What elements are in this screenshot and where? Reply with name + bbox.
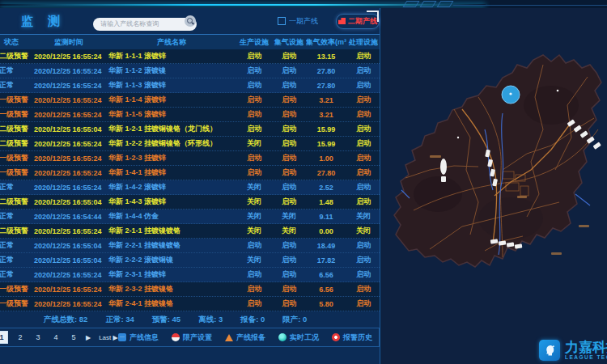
- page-button-5[interactable]: 5: [68, 332, 79, 343]
- table-row[interactable]: 二级预警2020/12/25 16:55:24华新 1-1-1 滚镀锌启动启动1…: [0, 49, 380, 64]
- cell-time: 2020/12/25 16:55:04: [31, 256, 107, 265]
- limit-circle-icon: [172, 333, 180, 341]
- cell-gas: 启动: [272, 66, 306, 76]
- summary-item: 限产: 0: [282, 315, 307, 325]
- table-row[interactable]: 二级预警2020/12/25 16:55:24华新 2-1-1 挂镀镍镀铬关闭关…: [0, 224, 380, 239]
- cell-time: 2020/12/25 16:55:04: [31, 198, 107, 206]
- cell-time: 2020/12/25 16:55:24: [31, 140, 107, 148]
- column-header: 产线名称: [107, 37, 236, 48]
- toolbar-label: 产线报备: [236, 332, 265, 343]
- toolbar: 产线信息限产设置产线报备实时工况报警历史: [105, 328, 372, 346]
- phase1-checkbox-group[interactable]: 一期产线: [278, 16, 318, 27]
- summary-item: 产线总数: 82: [44, 315, 87, 325]
- table-row[interactable]: 一级预警2020/12/25 16:55:24华新 1-2-3 挂镀锌启动启动1…: [0, 151, 380, 166]
- page-button-2[interactable]: 2: [15, 332, 26, 343]
- cell-gas: 启动: [272, 109, 306, 120]
- cell-eff: 5.80: [306, 300, 346, 308]
- cell-gas: 启动: [272, 255, 306, 265]
- cell-eff: 9.11: [306, 213, 346, 221]
- cell-gas: 启动: [272, 124, 306, 134]
- cell-name: 华新 2-2-2 滚镀铜镍: [107, 255, 236, 265]
- table-row[interactable]: 一级预警2020/12/25 16:55:24华新 1-4-1 挂镀锌启动启动2…: [0, 166, 380, 180]
- table-row[interactable]: 正常2020/12/25 16:55:04华新 2-2-1 挂镀镍镀铬启动启动1…: [0, 239, 380, 253]
- cell-time: 2020/12/25 16:55:24: [31, 227, 107, 235]
- cell-proc: 启动: [346, 153, 380, 163]
- toolbar-button-line-info[interactable]: 产线信息: [118, 332, 159, 343]
- cell-status: 二级预警: [0, 138, 31, 149]
- cell-gas: 启动: [272, 51, 306, 61]
- table-row[interactable]: 正常2020/12/25 16:55:24华新 2-3-1 挂镀锌启动启动6.5…: [0, 268, 380, 282]
- cell-eff: 6.56: [306, 271, 346, 279]
- cell-gas: 启动: [272, 284, 306, 294]
- bottom-bar: 12345▶Last ▶ 产线信息限产设置产线报备实时工况报警历史: [0, 328, 380, 347]
- cell-proc: 启动: [346, 269, 380, 280]
- cell-gas: 启动: [272, 153, 306, 163]
- cell-name: 华新 2-1-1 挂镀镍镀铬: [107, 226, 236, 236]
- checkbox-icon[interactable]: [278, 17, 286, 25]
- cell-time: 2020/12/25 16:55:24: [31, 82, 107, 90]
- report-triangle-icon: [225, 334, 233, 341]
- region-map[interactable]: [381, 8, 607, 364]
- table-row[interactable]: 一级预警2020/12/25 16:55:24华新 1-1-4 滚镀锌启动启动3…: [0, 93, 380, 108]
- table-row[interactable]: 二级预警2020/12/25 16:55:04华新 1-4-3 滚镀锌关闭启动1…: [0, 195, 380, 210]
- cell-name: 华新 1-2-2 挂镀铜镍铬（环形线）: [107, 138, 236, 149]
- cell-proc: 启动: [346, 66, 380, 76]
- monitor-panel: 监 测 一期产线 二期产线 状态监测时间产线名称生产设施集气设施集气效率(m³/…: [0, 8, 380, 364]
- summary-item: 正常: 34: [105, 315, 134, 325]
- cell-status: 二级预警: [0, 226, 31, 236]
- summary-item: 报备: 0: [240, 315, 265, 325]
- table-row[interactable]: 二级预警2020/12/25 16:55:24华新 1-2-2 挂镀铜镍铬（环形…: [0, 137, 380, 151]
- cell-prod: 关闭: [236, 226, 272, 236]
- cell-eff: 15.99: [306, 125, 346, 133]
- page-button-3[interactable]: 3: [32, 332, 44, 343]
- toolbar-button-realtime-status[interactable]: 实时工况: [278, 332, 319, 343]
- table-row[interactable]: 正常2020/12/25 16:55:24华新 1-4-2 滚镀锌关闭启动2.5…: [0, 180, 380, 195]
- search-box: [93, 15, 197, 28]
- cell-gas: 启动: [272, 197, 306, 207]
- cell-gas: 启动: [272, 95, 306, 105]
- cell-prod: 关闭: [236, 138, 272, 149]
- top-decoration-band: [0, 0, 607, 8]
- cell-status: 一级预警: [0, 167, 31, 178]
- cell-proc: 关闭: [346, 211, 380, 222]
- cell-name: 华新 2-3-2 挂镀镍铬: [107, 284, 236, 294]
- brand-logo: 力嘉科技 LEAGUE TECH: [539, 340, 607, 361]
- search-input[interactable]: [93, 18, 197, 31]
- page-button-1[interactable]: 1: [0, 331, 8, 344]
- next-page-icon[interactable]: ▶: [86, 334, 91, 341]
- cell-gas: 关闭: [272, 211, 306, 222]
- cell-name: 华新 1-1-3 滚镀锌: [107, 80, 236, 91]
- cell-name: 华新 1-4-2 滚镀锌: [107, 182, 236, 193]
- search-icon[interactable]: [185, 15, 196, 27]
- cell-proc: 启动: [346, 80, 380, 91]
- table-row[interactable]: 一级预警2020/12/25 16:55:24华新 1-1-5 滚镀锌启动启动3…: [0, 108, 380, 122]
- toolbar-button-limit-settings[interactable]: 限产设置: [172, 332, 212, 343]
- cell-eff: 3.21: [306, 96, 346, 104]
- cell-proc: 启动: [346, 138, 380, 149]
- table-row[interactable]: 正常2020/12/25 16:55:24华新 1-1-2 滚镀镍启动启动27.…: [0, 64, 380, 78]
- cell-prod: 启动: [236, 95, 272, 105]
- toolbar-label: 报警历史: [343, 332, 372, 343]
- cell-gas: 启动: [272, 182, 306, 193]
- cell-time: 2020/12/25 16:55:24: [31, 154, 107, 163]
- toolbar-button-line-report[interactable]: 产线报备: [225, 332, 265, 343]
- table-row[interactable]: 正常2020/12/25 16:55:24华新 1-1-3 滚镀锌启动启动27.…: [0, 78, 380, 93]
- summary-item: 离线: 3: [198, 315, 223, 325]
- cell-prod: 启动: [236, 80, 272, 91]
- cell-prod: 关闭: [236, 182, 272, 193]
- cell-name: 华新 2-4-1 挂镀镍铬: [107, 298, 236, 309]
- toolbar-label: 限产设置: [183, 332, 212, 343]
- cell-prod: 启动: [236, 153, 272, 163]
- cell-prod: 启动: [236, 66, 272, 76]
- table-row[interactable]: 一级预警2020/12/25 16:55:24华新 2-3-2 挂镀镍铬启动启动…: [0, 282, 380, 297]
- page-button-4[interactable]: 4: [50, 332, 62, 343]
- table-row[interactable]: 二级预警2020/12/25 16:55:04华新 1-2-1 挂镀铜镍铬（龙门…: [0, 122, 380, 137]
- table-row[interactable]: 正常2020/12/25 16:55:04华新 2-2-2 滚镀铜镍关闭启动17…: [0, 253, 380, 268]
- table-row[interactable]: 一级预警2020/12/25 16:55:24华新 2-4-1 挂镀镍铬启动启动…: [0, 297, 380, 311]
- cell-eff: 27.80: [306, 169, 346, 177]
- cell-prod: 关闭: [236, 211, 272, 222]
- toolbar-button-alarm-history[interactable]: 报警历史: [332, 332, 372, 343]
- table-row[interactable]: 正常2020/12/25 16:54:44华新 1-4-4 仿金关闭关闭9.11…: [0, 210, 380, 224]
- cell-time: 2020/12/25 16:55:24: [31, 96, 107, 104]
- cell-time: 2020/12/25 16:55:24: [31, 271, 107, 279]
